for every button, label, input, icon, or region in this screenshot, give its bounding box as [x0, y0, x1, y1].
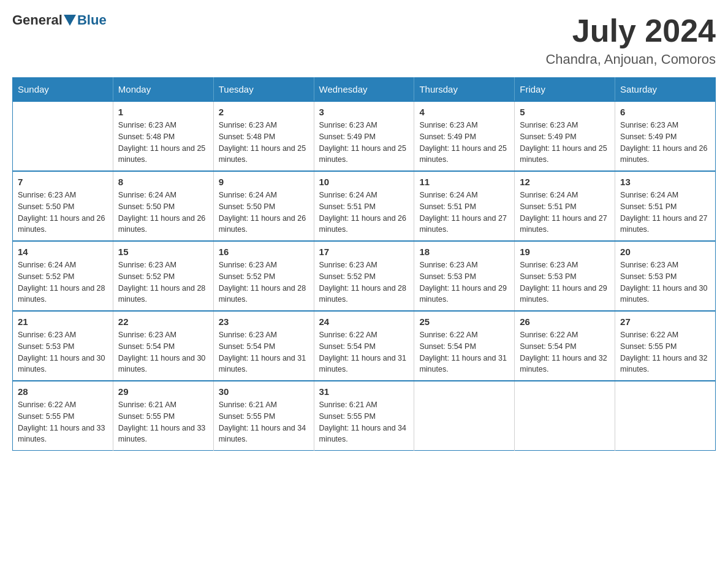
day-number: 24	[319, 316, 409, 327]
calendar-day-cell: 10Sunrise: 6:24 AM Sunset: 5:51 PM Dayli…	[314, 171, 414, 241]
day-number: 29	[118, 386, 208, 397]
calendar-day-cell: 24Sunrise: 6:22 AM Sunset: 5:54 PM Dayli…	[314, 311, 414, 381]
day-info: Sunrise: 6:23 AM Sunset: 5:54 PM Dayligh…	[118, 329, 208, 375]
calendar-day-cell: 14Sunrise: 6:24 AM Sunset: 5:52 PM Dayli…	[13, 241, 113, 311]
day-info: Sunrise: 6:24 AM Sunset: 5:51 PM Dayligh…	[319, 190, 409, 236]
day-info: Sunrise: 6:23 AM Sunset: 5:53 PM Dayligh…	[18, 329, 108, 375]
calendar-day-cell: 22Sunrise: 6:23 AM Sunset: 5:54 PM Dayli…	[113, 311, 213, 381]
day-info: Sunrise: 6:23 AM Sunset: 5:48 PM Dayligh…	[118, 120, 208, 166]
day-info: Sunrise: 6:23 AM Sunset: 5:53 PM Dayligh…	[419, 259, 509, 305]
calendar-day-cell: 20Sunrise: 6:23 AM Sunset: 5:53 PM Dayli…	[615, 241, 716, 311]
day-number: 25	[419, 316, 509, 327]
day-info: Sunrise: 6:23 AM Sunset: 5:52 PM Dayligh…	[319, 259, 409, 305]
logo-triangle-icon	[64, 15, 76, 26]
day-of-week-header: Tuesday	[213, 78, 314, 102]
day-number: 31	[319, 386, 409, 397]
calendar-day-cell: 31Sunrise: 6:21 AM Sunset: 5:55 PM Dayli…	[314, 381, 414, 451]
day-info: Sunrise: 6:24 AM Sunset: 5:50 PM Dayligh…	[118, 190, 208, 236]
calendar-day-cell: 3Sunrise: 6:23 AM Sunset: 5:49 PM Daylig…	[314, 101, 414, 171]
day-number: 5	[520, 107, 610, 117]
day-number: 15	[118, 247, 208, 257]
calendar-day-cell: 17Sunrise: 6:23 AM Sunset: 5:52 PM Dayli…	[314, 241, 414, 311]
calendar-day-cell: 28Sunrise: 6:22 AM Sunset: 5:55 PM Dayli…	[13, 381, 113, 451]
day-number: 16	[219, 247, 309, 257]
day-info: Sunrise: 6:23 AM Sunset: 5:53 PM Dayligh…	[520, 259, 610, 305]
day-of-week-header: Friday	[515, 78, 615, 102]
calendar-day-cell	[615, 381, 716, 451]
calendar-day-cell: 29Sunrise: 6:21 AM Sunset: 5:55 PM Dayli…	[113, 381, 213, 451]
calendar-week-row: 28Sunrise: 6:22 AM Sunset: 5:55 PM Dayli…	[13, 381, 716, 451]
day-number: 2	[219, 107, 309, 117]
calendar-day-cell: 18Sunrise: 6:23 AM Sunset: 5:53 PM Dayli…	[414, 241, 515, 311]
calendar-day-cell: 12Sunrise: 6:24 AM Sunset: 5:51 PM Dayli…	[515, 171, 615, 241]
day-info: Sunrise: 6:24 AM Sunset: 5:51 PM Dayligh…	[620, 190, 710, 236]
day-info: Sunrise: 6:23 AM Sunset: 5:49 PM Dayligh…	[319, 120, 409, 166]
day-info: Sunrise: 6:24 AM Sunset: 5:51 PM Dayligh…	[520, 190, 610, 236]
calendar-day-cell: 25Sunrise: 6:22 AM Sunset: 5:54 PM Dayli…	[414, 311, 515, 381]
day-info: Sunrise: 6:22 AM Sunset: 5:54 PM Dayligh…	[419, 329, 509, 375]
logo: General Blue	[12, 12, 107, 28]
day-number: 26	[520, 316, 610, 327]
day-info: Sunrise: 6:24 AM Sunset: 5:50 PM Dayligh…	[219, 190, 309, 236]
day-number: 14	[18, 247, 108, 257]
day-info: Sunrise: 6:23 AM Sunset: 5:50 PM Dayligh…	[18, 190, 108, 236]
calendar-day-cell: 8Sunrise: 6:24 AM Sunset: 5:50 PM Daylig…	[113, 171, 213, 241]
day-number: 4	[419, 107, 509, 117]
day-number: 22	[118, 316, 208, 327]
calendar-day-cell: 9Sunrise: 6:24 AM Sunset: 5:50 PM Daylig…	[213, 171, 314, 241]
location-title: Chandra, Anjouan, Comoros	[545, 52, 716, 67]
calendar-week-row: 14Sunrise: 6:24 AM Sunset: 5:52 PM Dayli…	[13, 241, 716, 311]
day-number: 28	[18, 386, 108, 397]
calendar-day-cell: 27Sunrise: 6:22 AM Sunset: 5:55 PM Dayli…	[615, 311, 716, 381]
page-header: General Blue July 2024 Chandra, Anjouan,…	[12, 12, 716, 67]
calendar-day-cell	[515, 381, 615, 451]
day-number: 9	[219, 177, 309, 187]
calendar-day-cell: 6Sunrise: 6:23 AM Sunset: 5:49 PM Daylig…	[615, 101, 716, 171]
title-block: July 2024 Chandra, Anjouan, Comoros	[545, 12, 716, 67]
day-info: Sunrise: 6:23 AM Sunset: 5:52 PM Dayligh…	[219, 259, 309, 305]
day-number: 17	[319, 247, 409, 257]
calendar-day-cell: 13Sunrise: 6:24 AM Sunset: 5:51 PM Dayli…	[615, 171, 716, 241]
calendar-day-cell: 23Sunrise: 6:23 AM Sunset: 5:54 PM Dayli…	[213, 311, 314, 381]
day-info: Sunrise: 6:24 AM Sunset: 5:52 PM Dayligh…	[18, 259, 108, 305]
calendar-day-cell: 21Sunrise: 6:23 AM Sunset: 5:53 PM Dayli…	[13, 311, 113, 381]
calendar-header-row: SundayMondayTuesdayWednesdayThursdayFrid…	[13, 78, 716, 102]
calendar-table: SundayMondayTuesdayWednesdayThursdayFrid…	[12, 77, 716, 451]
day-info: Sunrise: 6:22 AM Sunset: 5:55 PM Dayligh…	[18, 399, 108, 445]
calendar-day-cell	[13, 101, 113, 171]
logo-general-text: General	[12, 12, 63, 28]
day-number: 21	[18, 316, 108, 327]
day-number: 7	[18, 177, 108, 187]
day-info: Sunrise: 6:21 AM Sunset: 5:55 PM Dayligh…	[118, 399, 208, 445]
day-info: Sunrise: 6:23 AM Sunset: 5:52 PM Dayligh…	[118, 259, 208, 305]
calendar-day-cell: 26Sunrise: 6:22 AM Sunset: 5:54 PM Dayli…	[515, 311, 615, 381]
day-number: 19	[520, 247, 610, 257]
calendar-week-row: 21Sunrise: 6:23 AM Sunset: 5:53 PM Dayli…	[13, 311, 716, 381]
day-number: 23	[219, 316, 309, 327]
calendar-day-cell: 30Sunrise: 6:21 AM Sunset: 5:55 PM Dayli…	[213, 381, 314, 451]
day-number: 30	[219, 386, 309, 397]
day-number: 20	[620, 247, 710, 257]
day-info: Sunrise: 6:21 AM Sunset: 5:55 PM Dayligh…	[319, 399, 409, 445]
calendar-day-cell: 7Sunrise: 6:23 AM Sunset: 5:50 PM Daylig…	[13, 171, 113, 241]
day-number: 18	[419, 247, 509, 257]
day-of-week-header: Thursday	[414, 78, 515, 102]
day-of-week-header: Monday	[113, 78, 213, 102]
calendar-day-cell: 4Sunrise: 6:23 AM Sunset: 5:49 PM Daylig…	[414, 101, 515, 171]
calendar-day-cell	[414, 381, 515, 451]
day-info: Sunrise: 6:23 AM Sunset: 5:54 PM Dayligh…	[219, 329, 309, 375]
day-of-week-header: Sunday	[13, 78, 113, 102]
calendar-week-row: 1Sunrise: 6:23 AM Sunset: 5:48 PM Daylig…	[13, 101, 716, 171]
day-info: Sunrise: 6:23 AM Sunset: 5:53 PM Dayligh…	[620, 259, 710, 305]
calendar-day-cell: 16Sunrise: 6:23 AM Sunset: 5:52 PM Dayli…	[213, 241, 314, 311]
calendar-day-cell: 5Sunrise: 6:23 AM Sunset: 5:49 PM Daylig…	[515, 101, 615, 171]
day-info: Sunrise: 6:23 AM Sunset: 5:48 PM Dayligh…	[219, 120, 309, 166]
calendar-day-cell: 1Sunrise: 6:23 AM Sunset: 5:48 PM Daylig…	[113, 101, 213, 171]
day-number: 11	[419, 177, 509, 187]
day-info: Sunrise: 6:22 AM Sunset: 5:54 PM Dayligh…	[520, 329, 610, 375]
day-info: Sunrise: 6:22 AM Sunset: 5:54 PM Dayligh…	[319, 329, 409, 375]
day-info: Sunrise: 6:21 AM Sunset: 5:55 PM Dayligh…	[219, 399, 309, 445]
day-of-week-header: Wednesday	[314, 78, 414, 102]
day-number: 10	[319, 177, 409, 187]
day-number: 13	[620, 177, 710, 187]
